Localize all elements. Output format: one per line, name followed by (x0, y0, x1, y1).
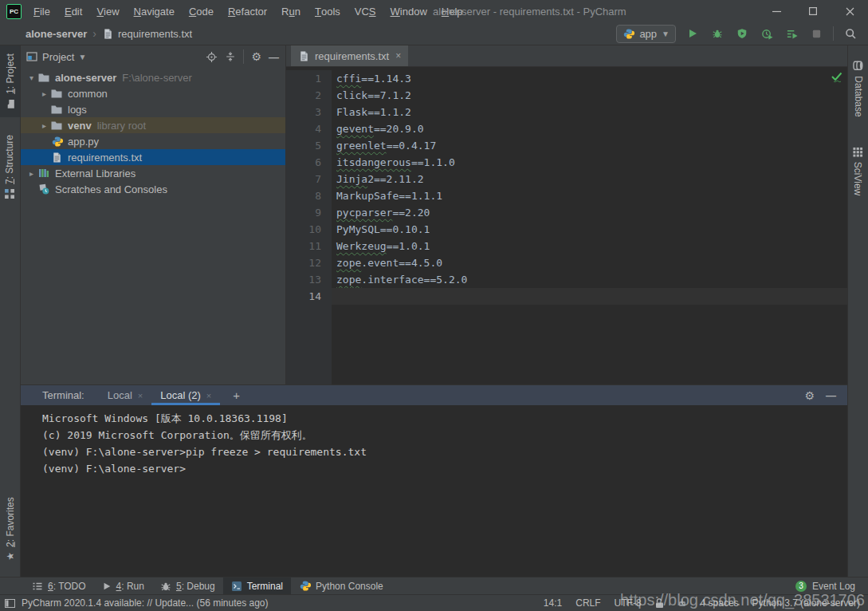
breadcrumb-project[interactable]: alone-server (26, 28, 87, 40)
editor-line[interactable]: 6itsdangerous==1.1.0 (286, 154, 847, 171)
run-button[interactable] (685, 25, 701, 42)
editor-line[interactable]: 13zope.interface==5.2.0 (286, 271, 847, 288)
editor-line[interactable]: 1cffi==1.14.3 (286, 70, 847, 87)
line-separator-widget[interactable]: CRLF (575, 597, 600, 609)
new-terminal-session-icon[interactable]: + (228, 388, 245, 402)
inspections-ok-check-icon[interactable] (831, 71, 843, 83)
line-number[interactable]: 5 (286, 137, 332, 154)
menu-refactor[interactable]: Refactor (221, 0, 274, 22)
menu-window[interactable]: Window (383, 0, 434, 22)
run-with-coverage-button[interactable] (734, 25, 750, 42)
menu-file[interactable]: File (26, 0, 57, 22)
code-text[interactable] (332, 288, 847, 305)
gear-icon[interactable]: ⚙ (251, 51, 261, 62)
run-configuration-select[interactable]: app ▼ (616, 25, 676, 43)
tree-item-venv[interactable]: ▸venvlibrary root (21, 117, 285, 133)
line-number[interactable]: 8 (286, 187, 332, 204)
menu-navigate[interactable]: Navigate (127, 0, 182, 22)
menu-view[interactable]: View (89, 0, 126, 22)
code-text[interactable]: pycparser==2.20 (332, 204, 847, 221)
close-tab-icon[interactable]: × (206, 391, 211, 400)
toolwindow-run[interactable]: 4: Run (94, 577, 152, 594)
hide-panel-icon[interactable]: — (269, 51, 279, 63)
line-number[interactable]: 3 (286, 104, 332, 120)
debug-button[interactable] (709, 25, 725, 42)
tree-item-logs[interactable]: logs (21, 101, 285, 117)
menu-help[interactable]: Help (434, 0, 470, 22)
tree-item-external-libraries[interactable]: ▸External Libraries (21, 165, 285, 181)
event-log-button[interactable]: 3 Event Log (795, 581, 868, 592)
line-number[interactable]: 7 (286, 171, 332, 187)
chevron-right-icon[interactable]: ▸ (38, 121, 50, 130)
editor-line[interactable]: 4gevent==20.9.0 (286, 120, 847, 137)
editor-content[interactable]: 1cffi==1.14.32click==7.1.23Flask==1.1.24… (286, 67, 847, 384)
code-text[interactable]: Jinja2==2.11.2 (332, 171, 847, 187)
menu-run[interactable]: Run (274, 0, 308, 22)
code-text[interactable]: zope.event==4.5.0 (332, 254, 847, 271)
line-number[interactable]: 9 (286, 204, 332, 221)
chevron-down-icon[interactable]: ▾ (26, 73, 37, 82)
editor-line[interactable]: 11Werkzeug==1.0.1 (286, 238, 847, 254)
toolwindow-todo[interactable]: 6: TODO (24, 577, 94, 594)
editor-line[interactable]: 9pycparser==2.20 (286, 204, 847, 221)
search-everywhere-icon[interactable] (842, 25, 858, 42)
editor-line[interactable]: 7Jinja2==2.11.2 (286, 171, 847, 187)
sidebar-tab-sciview[interactable]: SciView (848, 136, 868, 207)
line-number[interactable]: 12 (286, 254, 332, 271)
sidebar-tab-structure[interactable]: 7: Structure (0, 122, 20, 211)
terminal-tab-local-2-[interactable]: Local (2)× (151, 385, 220, 405)
code-text[interactable]: zope.interface==5.2.0 (332, 271, 847, 288)
editor-line[interactable]: 12zope.event==4.5.0 (286, 254, 847, 271)
editor-tab-requirements[interactable]: requirements.txt × (291, 45, 408, 66)
line-number[interactable]: 10 (286, 221, 332, 238)
line-number[interactable]: 6 (286, 154, 332, 171)
stop-button[interactable] (808, 25, 824, 42)
editor-empty-area[interactable] (332, 305, 847, 384)
locate-file-icon[interactable] (206, 51, 218, 63)
code-text[interactable]: gevent==20.9.0 (332, 120, 847, 137)
run-with-parameters-button[interactable] (784, 25, 799, 42)
line-number[interactable]: 11 (286, 238, 332, 254)
caret-position-widget[interactable]: 14:1 (544, 597, 562, 609)
sidebar-tab-database[interactable]: Database (848, 49, 868, 128)
editor-line[interactable]: 3Flask==1.1.2 (286, 104, 847, 120)
gear-icon[interactable]: ⚙ (804, 390, 815, 401)
editor-line[interactable]: 8MarkupSafe==1.1.1 (286, 187, 847, 204)
hide-panel-icon[interactable]: — (826, 389, 836, 401)
close-window-icon[interactable] (831, 0, 868, 22)
inspection-profile-icon[interactable] (678, 598, 687, 608)
line-number[interactable]: 1 (286, 70, 332, 87)
editor-line[interactable]: 10PyMySQL==0.10.1 (286, 221, 847, 238)
code-text[interactable]: PyMySQL==0.10.1 (332, 221, 847, 238)
editor-line[interactable]: 2click==7.1.2 (286, 87, 847, 104)
gutter[interactable] (286, 305, 332, 384)
unlock-icon[interactable] (655, 598, 664, 609)
chevron-down-icon[interactable]: ▼ (78, 53, 86, 61)
sidebar-tab-favorites[interactable]: ★2: Favorites (0, 487, 20, 570)
menu-tools[interactable]: Tools (308, 0, 348, 22)
chevron-right-icon[interactable]: ▸ (38, 89, 50, 98)
code-text[interactable]: cffi==1.14.3 (332, 70, 847, 87)
status-message[interactable]: PyCharm 2020.1.4 available: // Update...… (22, 597, 269, 609)
tree-item-alone-server[interactable]: ▾alone-serverF:\alone-server (21, 69, 285, 85)
line-number[interactable]: 2 (286, 87, 332, 104)
line-number[interactable]: 14 (286, 288, 332, 305)
toggle-toolwindows-icon[interactable] (5, 599, 15, 608)
breadcrumb-file[interactable]: requirements.txt (102, 28, 192, 40)
toolwindow-debug[interactable]: 5: Debug (152, 577, 223, 594)
code-text[interactable]: greenlet==0.4.17 (332, 137, 847, 154)
project-panel-title[interactable]: Project (42, 51, 74, 63)
tree-item-scratches-and-consoles[interactable]: Scratches and Consoles (21, 181, 285, 197)
maximize-window-icon[interactable] (795, 0, 831, 22)
indent-widget[interactable]: 4 spaces (701, 597, 739, 609)
terminal-output[interactable]: Microsoft Windows [版本 10.0.18363.1198](c… (21, 405, 847, 577)
menu-vcs[interactable]: VCS (348, 0, 383, 22)
line-number[interactable]: 13 (286, 271, 332, 288)
terminal-tab-local[interactable]: Local× (99, 385, 152, 405)
toolwindow-terminal[interactable]: Terminal (223, 577, 291, 594)
close-tab-icon[interactable]: × (138, 391, 143, 400)
sidebar-tab-project[interactable]: 1: Project (0, 45, 20, 117)
code-text[interactable]: Werkzeug==1.0.1 (332, 238, 847, 254)
tree-item-common[interactable]: ▸common (21, 85, 285, 101)
menu-edit[interactable]: Edit (57, 0, 89, 22)
